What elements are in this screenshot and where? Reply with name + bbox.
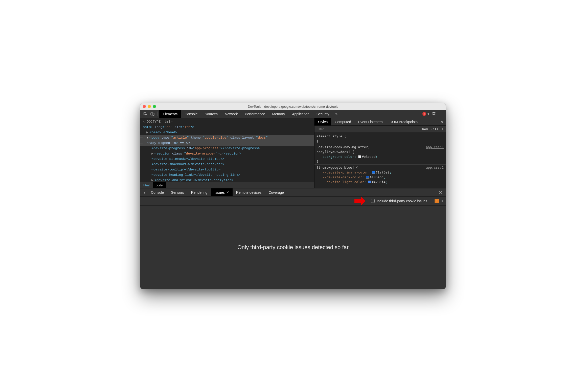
- cls-toggle[interactable]: .cls: [431, 127, 438, 131]
- panel-tabs: Elements Console Sources Network Perform…: [159, 110, 422, 118]
- svg-rect-2: [153, 113, 154, 115]
- titlebar: DevTools - developers.google.com/web/too…: [140, 103, 446, 110]
- include-third-party-checkbox-wrap: Include third-party cookie issues: [371, 199, 427, 203]
- dom-line[interactable]: <devsite-progress id="app-progress"></de…: [140, 146, 314, 151]
- css-rules[interactable]: element.style { } app.css:1 .devsite-boo…: [314, 133, 446, 188]
- color-swatch[interactable]: [372, 171, 375, 174]
- minimize-window-button[interactable]: [148, 105, 151, 108]
- dom-line[interactable]: <!DOCTYPE html>: [140, 119, 314, 124]
- styles-tabs: Styles Computed Event Listeners DOM Brea…: [314, 118, 446, 126]
- dom-line[interactable]: ▶<head>…</head>: [140, 130, 314, 135]
- issues-count: 0: [441, 199, 443, 203]
- breadcrumb-item-active[interactable]: body: [153, 182, 166, 188]
- styles-tab-styles[interactable]: Styles: [314, 118, 331, 125]
- include-third-party-label: Include third-party cookie issues: [377, 199, 427, 203]
- drawer-tab-issues[interactable]: Issues✕: [211, 188, 232, 196]
- tab-sources[interactable]: Sources: [201, 110, 221, 118]
- issues-count-badge[interactable]: ! 0: [435, 199, 443, 203]
- issues-empty-text: Only third-party cookie issues detected …: [237, 244, 349, 251]
- color-swatch[interactable]: [366, 176, 369, 179]
- traffic-lights: [143, 105, 156, 108]
- drawer-tab-rendering[interactable]: Rendering: [188, 188, 211, 196]
- more-options-icon[interactable]: ⋮: [439, 111, 443, 117]
- drawer-menu-icon[interactable]: ⋮: [142, 188, 147, 196]
- close-window-button[interactable]: [143, 105, 146, 108]
- dom-line[interactable]: <devsite-heading-link></devsite-heading-…: [140, 172, 314, 178]
- styles-filter-input[interactable]: [317, 127, 418, 131]
- toolbar-right: 1 ⋮: [422, 110, 444, 118]
- annotation-arrow-icon: [354, 196, 366, 206]
- devtools-window: DevTools - developers.google.com/web/too…: [140, 103, 446, 289]
- warning-icon: !: [435, 199, 439, 203]
- dom-tree[interactable]: <!DOCTYPE html> <html lang="en" dir="ltr…: [140, 118, 314, 182]
- dom-line[interactable]: <devsite-tooltip></devsite-tooltip>: [140, 167, 314, 172]
- more-tabs-icon[interactable]: »: [333, 110, 340, 118]
- tab-network[interactable]: Network: [221, 110, 241, 118]
- dom-panel: <!DOCTYPE html> <html lang="en" dir="ltr…: [140, 118, 314, 188]
- dom-line[interactable]: <devsite-sitemask></devsite-sitemask>: [140, 156, 314, 162]
- breadcrumb: html body: [140, 182, 314, 188]
- styles-panel: Styles Computed Event Listeners DOM Brea…: [314, 118, 446, 188]
- color-swatch[interactable]: [368, 181, 371, 183]
- dom-line[interactable]: ▶<section class="devsite-wrapper">…</sec…: [140, 151, 314, 156]
- tab-performance[interactable]: Performance: [241, 110, 268, 118]
- separator: [431, 199, 431, 204]
- css-rule[interactable]: app.css:1 .devsite-book-nav-bg:after, bo…: [314, 144, 446, 165]
- tab-console[interactable]: Console: [181, 110, 201, 118]
- include-third-party-checkbox[interactable]: [371, 199, 375, 203]
- styles-tab-computed[interactable]: Computed: [331, 118, 355, 125]
- drawer-tab-sensors[interactable]: Sensors: [167, 188, 187, 196]
- css-rule[interactable]: app.css:1 [theme=google-blue] { --devsit…: [314, 165, 446, 185]
- issues-toolbar: Include third-party cookie issues ! 0: [140, 197, 446, 206]
- styles-tab-dom-breakpoints[interactable]: DOM Breakpoints: [386, 118, 421, 125]
- drawer-tab-remote-devices[interactable]: Remote devices: [233, 188, 265, 196]
- dom-line-selected[interactable]: ready signed-in> == $0: [140, 140, 314, 146]
- dom-line[interactable]: <devsite-snackbar></devsite-snackbar>: [140, 162, 314, 167]
- drawer-tabs: ⋮ Console Sensors Rendering Issues✕ Remo…: [140, 188, 446, 197]
- device-toolbar-icon[interactable]: [149, 110, 156, 118]
- css-source-link[interactable]: app.css:1: [426, 165, 444, 170]
- color-swatch[interactable]: [358, 155, 361, 158]
- issues-body: Only third-party cookie issues detected …: [140, 206, 446, 289]
- window-title: DevTools - developers.google.com/web/too…: [248, 105, 338, 108]
- new-style-rule-icon[interactable]: +: [441, 126, 444, 132]
- main-toolbar: Elements Console Sources Network Perform…: [140, 110, 446, 118]
- error-icon: [422, 112, 426, 116]
- hov-toggle[interactable]: :hov: [420, 127, 428, 131]
- breadcrumb-item[interactable]: html: [140, 182, 153, 188]
- toolbar-separator: [157, 112, 158, 116]
- drawer-close-icon[interactable]: ✕: [437, 188, 444, 196]
- error-count: 1: [427, 112, 429, 116]
- dom-line[interactable]: ▶<devsite-analytics>…</devsite-analytics…: [140, 178, 314, 182]
- close-tab-icon[interactable]: ✕: [226, 190, 229, 194]
- styles-filter-row: :hov .cls +: [314, 126, 446, 133]
- inspect-element-icon[interactable]: [142, 110, 149, 118]
- tab-application[interactable]: Application: [288, 110, 313, 118]
- tab-memory[interactable]: Memory: [269, 110, 289, 118]
- error-count-badge[interactable]: 1: [422, 112, 429, 116]
- drawer-tab-coverage[interactable]: Coverage: [265, 188, 287, 196]
- css-source-link[interactable]: app.css:1: [426, 145, 444, 149]
- more-styles-tabs-icon[interactable]: »: [439, 118, 446, 125]
- drawer-tab-console[interactable]: Console: [147, 188, 167, 196]
- tab-elements[interactable]: Elements: [159, 110, 181, 118]
- dom-line-selected[interactable]: ▼<body type="article" theme="google-blue…: [140, 135, 314, 140]
- dom-line[interactable]: <html lang="en" dir="ltr">: [140, 124, 314, 130]
- styles-tab-event-listeners[interactable]: Event Listeners: [355, 118, 386, 125]
- css-rule[interactable]: element.style { }: [314, 133, 446, 144]
- settings-gear-icon[interactable]: [432, 111, 436, 117]
- maximize-window-button[interactable]: [153, 105, 156, 108]
- tab-security[interactable]: Security: [313, 110, 333, 118]
- main-split: <!DOCTYPE html> <html lang="en" dir="ltr…: [140, 118, 446, 188]
